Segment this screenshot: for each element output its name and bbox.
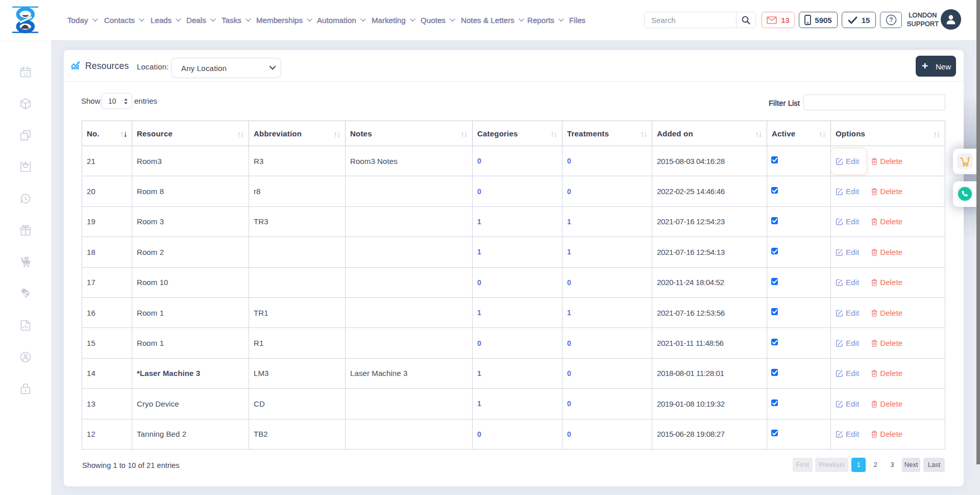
- svg-text:12: 12: [23, 72, 28, 77]
- svg-text:?: ?: [889, 16, 893, 23]
